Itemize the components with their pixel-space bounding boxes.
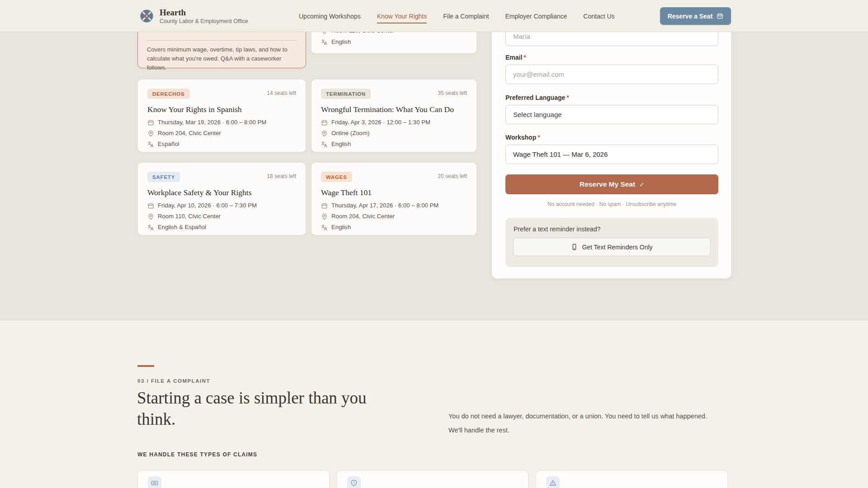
workshop-location-row: Online (Zoom) (321, 130, 430, 137)
workshop-language-row: English (321, 224, 439, 231)
get-text-reminders-button[interactable]: Get Text Reminders Only (513, 238, 711, 256)
workshops-section: Covers minimum wage, overtime, tip laws,… (0, 0, 868, 320)
section-kicker: 03 / FILE A COMPLAINT (137, 378, 210, 384)
location-pin-icon (147, 213, 154, 220)
workshop-title: Wage Theft 101 (321, 188, 372, 197)
claim-card-safety-violations (536, 470, 728, 488)
workshop-title: Wrongful Termination: What You Can Do (321, 105, 454, 114)
claims-types-label: WE HANDLE THESE TYPES OF CLAIMS (137, 451, 257, 458)
workshop-location: Online (Zoom) (331, 130, 369, 137)
hearth-logo-icon (140, 9, 154, 23)
workshop-language: English (331, 38, 351, 46)
language-icon (321, 141, 328, 148)
description-line: Covers minimum wage, overtime, tip laws,… (147, 45, 298, 54)
workshop-date-row: Thursday, Apr 17, 2026 · 6:00 – 8:00 PM (321, 202, 439, 209)
workshop-date: Thursday, Apr 17, 2026 · 6:00 – 8:00 PM (331, 202, 439, 209)
featured-workshop-description: Covers minimum wage, overtime, tip laws,… (147, 45, 298, 72)
form-fine-print: No account needed · No spam · Unsubscrib… (505, 201, 718, 207)
language-icon (147, 224, 154, 231)
workshop-language: English (331, 224, 351, 231)
required-asterisk: * (538, 134, 540, 141)
reserve-my-seat-button[interactable]: Reserve My Seat ✓ (505, 174, 718, 194)
nav-contact-us[interactable]: Contact Us (583, 9, 614, 23)
workshop-card-wage-theft: WAGES 20 seats left Wage Theft 101 Thurs… (311, 162, 477, 235)
language-icon (321, 224, 328, 231)
accent-rule (137, 365, 154, 367)
calendar-icon (147, 119, 154, 126)
reserve-a-seat-button[interactable]: Reserve a Seat (660, 7, 731, 25)
brand-name: Hearth (160, 8, 248, 17)
banknote-icon (148, 476, 161, 488)
language-icon (147, 141, 154, 148)
nav-upcoming-workshops[interactable]: Upcoming Workshops (299, 9, 361, 23)
workshop-badge: DERECHOS (147, 89, 190, 99)
seats-left: 14 seats left (267, 90, 296, 96)
body-line: You do not need a lawyer, documentation,… (448, 409, 765, 423)
workshop-date-row: Thursday, Mar 19, 2026 · 6:00 – 8:00 PM (147, 119, 266, 126)
workshop-title: Workplace Safety & Your Rights (147, 188, 251, 197)
workshop-date-row: Friday, Apr 3, 2026 · 12:00 – 1:30 PM (321, 119, 430, 126)
seats-left: 35 seats left (438, 90, 467, 96)
workshop-badge: TERMINATION (321, 89, 371, 99)
language-select-value: Select language (513, 111, 562, 118)
location-pin-icon (321, 213, 328, 220)
get-text-reminders-label: Get Text Reminders Only (582, 244, 652, 251)
seats-left: 18 seats left (267, 173, 296, 179)
calendar-icon (321, 119, 328, 126)
workshop-date: Friday, Apr 10, 2026 · 6:00 – 7:30 PM (158, 202, 257, 209)
workshop-language: Español (158, 141, 179, 148)
calendar-icon (717, 13, 723, 19)
email-input[interactable] (505, 65, 718, 84)
workshop-location: Room 204, Civic Center (331, 213, 395, 220)
workshop-label: Workshop* (505, 134, 718, 141)
workshop-location: Room 204, Civic Center (158, 130, 221, 137)
main-nav: Upcoming Workshops Know Your Rights File… (299, 0, 615, 32)
claim-card-retaliation (337, 470, 528, 488)
nav-employer-compliance[interactable]: Employer Compliance (505, 9, 567, 23)
nav-file-a-complaint[interactable]: File a Complaint (443, 9, 489, 23)
workshop-date: Friday, Apr 3, 2026 · 12:00 – 1:30 PM (331, 119, 430, 126)
description-line: calculate what you're owed. Q&A with a c… (147, 54, 298, 72)
workshop-location-row: Room 204, Civic Center (147, 130, 266, 137)
section-heading: Starting a case is simpler than you thin… (137, 387, 426, 430)
divider (147, 40, 297, 41)
heading-line: think. (137, 408, 426, 430)
workshop-language: English & Español (158, 224, 206, 231)
workshop-title: Know Your Rights in Spanish (147, 105, 242, 114)
workshop-language-row: English (321, 38, 468, 46)
workshop-location-row: Room 110, Civic Center (147, 213, 257, 220)
reserve-my-seat-label: Reserve My Seat (580, 180, 635, 188)
workshop-language-row: Español (147, 141, 266, 148)
seats-left: 20 seats left (438, 173, 467, 179)
checkmark-icon: ✓ (639, 181, 644, 188)
site-header: Hearth County Labor & Employment Office … (0, 0, 868, 32)
shield-alert-icon (347, 476, 361, 488)
text-reminder-box: Prefer a text reminder instead? Get Text… (505, 218, 718, 267)
preferred-language-label: Preferred Language* (505, 94, 718, 101)
workshop-date: Thursday, Mar 19, 2026 · 6:00 – 8:00 PM (158, 119, 266, 126)
location-pin-icon (321, 130, 328, 137)
language-select[interactable]: Select language (505, 105, 718, 124)
workshop-date-row: Friday, Apr 10, 2026 · 6:00 – 7:30 PM (147, 202, 257, 209)
complaint-section: 03 / FILE A COMPLAINT Starting a case is… (0, 320, 868, 488)
section-body-text: You do not need a lawyer, documentation,… (448, 409, 765, 437)
workshop-card-wrongful-termination: TERMINATION 35 seats left Wrongful Termi… (311, 79, 477, 152)
calendar-icon (147, 202, 154, 209)
phone-icon (571, 244, 578, 250)
email-label: Email* (505, 54, 718, 61)
text-reminder-prompt: Prefer a text reminder instead? (514, 225, 600, 233)
workshop-location: Room 110, Civic Center (158, 213, 221, 220)
calendar-icon (321, 202, 328, 209)
workshop-select[interactable]: Wage Theft 101 — Mar 6, 2026 (505, 145, 718, 164)
claim-card-wages (137, 470, 330, 488)
body-line: We'll handle the rest. (448, 423, 765, 437)
workshop-language-row: English (321, 141, 430, 148)
brand-home-link[interactable]: Hearth County Labor & Employment Office (140, 0, 248, 32)
location-pin-icon (147, 130, 154, 137)
workshop-badge: WAGES (321, 172, 352, 182)
workshop-location-row: Room 204, Civic Center (321, 213, 439, 220)
reservation-form: Email* Preferred Language* Select langua… (491, 0, 731, 279)
required-asterisk: * (566, 94, 569, 101)
language-icon (321, 39, 328, 46)
nav-know-your-rights[interactable]: Know Your Rights (377, 9, 427, 23)
